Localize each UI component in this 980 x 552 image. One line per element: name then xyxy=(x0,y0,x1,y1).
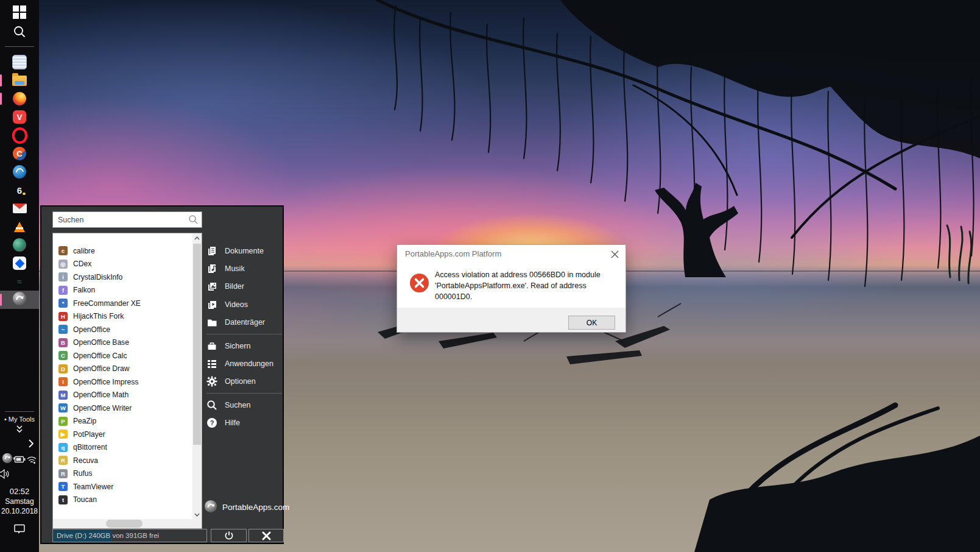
vertical-scrollbar[interactable] xyxy=(192,233,202,519)
portableapps-tray-icon[interactable] xyxy=(2,453,13,466)
windows-logo-icon xyxy=(13,5,26,19)
menu-search-input[interactable] xyxy=(53,216,188,224)
category-item-videos[interactable]: Videos xyxy=(206,295,282,313)
category-item-musik[interactable]: Musik xyxy=(206,260,282,277)
app-list-item[interactable]: I OpenOffice Impress xyxy=(54,375,192,389)
app-label: OpenOffice Math xyxy=(73,391,129,399)
firefox-icon xyxy=(13,92,26,105)
portableapps-icon xyxy=(204,500,217,515)
app-list-item[interactable]: c calibre xyxy=(54,244,192,258)
app-list-item[interactable]: R Rufus xyxy=(54,467,192,481)
taskbar-clock[interactable]: 02:52 Samstag 20.10.2018 xyxy=(0,487,39,516)
category-label: Suchen xyxy=(225,401,250,409)
scrollbar-thumb[interactable] xyxy=(193,244,201,445)
my-tools-label[interactable]: • My Tools xyxy=(0,416,39,423)
horizontal-scrollbar[interactable] xyxy=(53,519,192,528)
crystaldiskinfo-icon: i xyxy=(58,272,68,281)
app-list-item[interactable]: ~ OpenOffice xyxy=(54,323,192,336)
thunderbird-taskbar-button[interactable] xyxy=(0,163,39,181)
category-item-dokumente[interactable]: Dokumente xyxy=(206,242,282,260)
openoffice-impress-icon: I xyxy=(58,377,68,386)
backup-briefcase-icon xyxy=(206,341,217,352)
portableapps-taskbar-button[interactable] xyxy=(0,291,39,309)
volume-icon[interactable] xyxy=(0,469,10,479)
app-list-item[interactable]: P PeaZip xyxy=(54,415,192,428)
app-label: CDex xyxy=(73,260,91,268)
dropbox-icon xyxy=(13,257,26,270)
app-list-item[interactable]: f Falkon xyxy=(54,284,192,297)
running-indicator xyxy=(0,74,2,87)
drive-space-label: Drive (D:) 240GB von 391GB frei xyxy=(53,529,206,542)
scrollbar-thumb[interactable] xyxy=(106,520,143,528)
app-list-item[interactable]: M OpenOffice Math xyxy=(54,389,192,402)
category-label: Hilfe xyxy=(225,419,240,427)
app-label: OpenOffice Writer xyxy=(73,404,132,412)
power-button[interactable] xyxy=(211,529,247,542)
firefox-taskbar-button[interactable] xyxy=(0,90,39,108)
file-explorer-taskbar-button[interactable] xyxy=(0,71,39,90)
scroll-up-button[interactable] xyxy=(192,233,202,242)
chevron-right-icon xyxy=(27,438,35,449)
category-separator xyxy=(206,334,282,334)
app-label: Falkon xyxy=(73,286,95,294)
openoffice-draw-icon: D xyxy=(58,364,68,373)
app-label: qBittorrent xyxy=(73,443,107,451)
cdex-icon: ◎ xyxy=(58,260,68,269)
globe-app-taskbar-button[interactable] xyxy=(0,236,39,254)
apps-list-icon xyxy=(206,358,217,369)
vivaldi-taskbar-button[interactable]: V xyxy=(0,108,39,126)
app-list-item[interactable]: R Recuva xyxy=(54,454,192,467)
category-item-bilder[interactable]: Bilder xyxy=(206,278,282,295)
start-button[interactable] xyxy=(0,2,39,22)
vlc-taskbar-button[interactable] xyxy=(0,218,39,236)
app-list-item[interactable]: T TeamViewer xyxy=(54,480,192,494)
category-item-suchen[interactable]: Suchen xyxy=(206,396,282,414)
app-list-item[interactable]: W OpenOffice Writer xyxy=(54,402,192,415)
dimmed-app-taskbar-button[interactable]: ≈ xyxy=(0,272,39,291)
app-list-item[interactable]: ◎ CDex xyxy=(54,258,192,271)
app-list-item[interactable]: C OpenOffice Calc xyxy=(54,349,192,363)
app-list-item[interactable]: * FreeCommander XE xyxy=(54,297,192,310)
collapse-button[interactable] xyxy=(0,425,39,433)
thunderbird-icon xyxy=(13,165,26,179)
category-item-sichern[interactable]: Sichern xyxy=(206,337,282,355)
taskbar-bottom: • My Tools xyxy=(0,406,39,552)
app-label: Rufus xyxy=(73,469,93,478)
category-item-anwendungen[interactable]: Anwendungen xyxy=(206,355,282,372)
wifi-icon[interactable] xyxy=(26,455,37,464)
bee-app-taskbar-button[interactable]: 6 xyxy=(0,181,39,199)
ok-button[interactable]: OK xyxy=(568,316,615,330)
scroll-down-button[interactable] xyxy=(192,510,202,519)
dropbox-taskbar-button[interactable] xyxy=(0,254,39,272)
app-list-item[interactable]: B OpenOffice Base xyxy=(54,336,192,350)
app-list-item[interactable]: q qBittorrent xyxy=(54,441,192,455)
freecommander-icon: * xyxy=(58,299,68,308)
app-list-item[interactable]: i CrystalDiskInfo xyxy=(54,271,192,284)
menu-close-button[interactable] xyxy=(249,529,284,542)
battery-icon[interactable] xyxy=(13,455,26,464)
dialog-message: Access violation at address 00566BD0 in … xyxy=(435,269,607,302)
ccleaner-taskbar-button[interactable]: C xyxy=(0,144,39,163)
action-center-button[interactable] xyxy=(0,523,39,535)
app-list-item[interactable]: D OpenOffice Draw xyxy=(54,363,192,376)
app-list-item[interactable]: ▶ PotPlayer xyxy=(54,428,192,441)
system-tray xyxy=(0,453,39,466)
category-item-optionen[interactable]: Optionen xyxy=(206,373,282,391)
category-item-hilfe[interactable]: ? Hilfe xyxy=(206,414,282,432)
rufus-icon: R xyxy=(58,469,68,478)
tray-expand-button[interactable] xyxy=(0,438,39,449)
category-label: Musik xyxy=(225,264,245,273)
mail-taskbar-button[interactable] xyxy=(0,199,39,218)
category-item-datentr-ger[interactable]: Datenträger xyxy=(206,314,282,331)
svg-text:?: ? xyxy=(210,419,214,426)
notepad-taskbar-button[interactable] xyxy=(0,53,39,71)
app-list-item[interactable]: H HijackThis Fork xyxy=(54,310,192,324)
scrollbar-corner xyxy=(192,519,202,528)
app-list-item[interactable]: t Toucan xyxy=(54,494,192,507)
search-icon xyxy=(188,214,199,225)
opera-taskbar-button[interactable] xyxy=(0,126,39,144)
notepad-icon xyxy=(12,55,27,69)
dialog-close-button[interactable] xyxy=(608,248,621,260)
clock-weekday: Samstag xyxy=(0,497,39,506)
taskbar-search-button[interactable] xyxy=(0,22,39,41)
